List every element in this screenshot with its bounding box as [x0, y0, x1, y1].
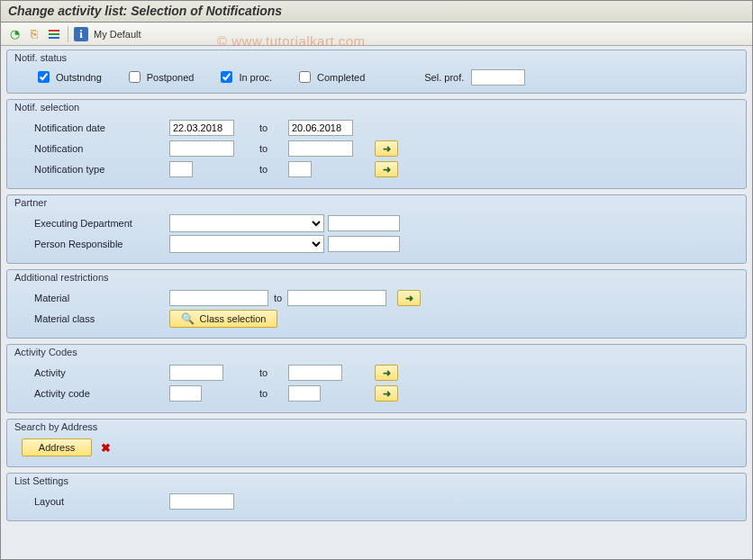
group-activity-codes: Activity Codes Activity to ➜ Activity co… [6, 344, 747, 413]
completed-label: Completed [317, 72, 365, 83]
activity-to-input[interactable] [288, 365, 342, 381]
app-toolbar: ◔ ⎘ i My Default [1, 23, 752, 46]
activity-label: Activity [34, 367, 169, 378]
address-button[interactable]: Address [22, 438, 92, 456]
group-title-notif-status: Notif. status [7, 50, 746, 63]
activity-code-multiselect-button[interactable]: ➜ [375, 385, 398, 402]
app-window: Change activity list: Selection of Notif… [0, 0, 753, 560]
in-proc-checkbox[interactable] [221, 71, 232, 83]
notif-date-to-input[interactable] [288, 120, 353, 136]
outstanding-checkbox[interactable] [38, 71, 50, 83]
outstanding-label: Outstndng [56, 72, 102, 83]
group-notif-status: Notif. status Outstndng Postponed In pro… [6, 50, 747, 94]
exec-dept-label: Executing Department [34, 218, 169, 229]
notification-multiselect-button[interactable]: ➜ [375, 140, 398, 157]
group-title-notif-selection: Notif. selection [7, 100, 746, 113]
info-icon[interactable]: i [74, 27, 88, 41]
address-button-label: Address [39, 442, 75, 453]
notification-label: Notification [34, 143, 169, 154]
material-class-label: Material class [34, 313, 169, 324]
material-label: Material [34, 293, 169, 303]
variant-icon[interactable]: ⎘ [26, 26, 42, 42]
group-title-activity-codes: Activity Codes [7, 345, 746, 357]
exec-dept-select[interactable] [169, 214, 324, 232]
activity-code-label: Activity code [34, 388, 169, 399]
person-resp-label: Person Responsible [34, 239, 169, 249]
sel-prof-input[interactable] [471, 69, 525, 86]
group-title-partner: Partner [7, 195, 746, 208]
material-from-input[interactable] [169, 290, 268, 306]
to-label: to [259, 164, 283, 175]
to-label: to [259, 122, 283, 133]
notif-type-label: Notification type [34, 164, 169, 175]
activity-code-from-input[interactable] [169, 385, 202, 402]
layout-label: Layout [34, 496, 169, 507]
material-to-input[interactable] [287, 290, 386, 306]
layout-input[interactable] [169, 493, 234, 510]
person-resp-select[interactable] [169, 235, 324, 253]
clear-address-icon[interactable]: ✖ [101, 441, 111, 455]
svg-rect-0 [49, 30, 59, 32]
notif-date-from-input[interactable] [169, 120, 234, 136]
to-label: to [259, 367, 283, 378]
binoculars-icon: 🔍 [181, 312, 195, 325]
window-title: Change activity list: Selection of Notif… [1, 1, 752, 23]
group-title-additional: Additional restrictions [7, 270, 746, 283]
notification-from-input[interactable] [169, 140, 234, 157]
toolbar-separator [68, 26, 68, 42]
group-partner: Partner Executing Department Person Resp… [6, 194, 747, 264]
class-selection-button[interactable]: 🔍 Class selection [169, 310, 277, 328]
notif-type-multiselect-button[interactable]: ➜ [375, 161, 398, 177]
group-search-address: Search by Address Address ✖ [6, 419, 747, 467]
group-title-list-settings: List Settings [7, 474, 746, 486]
to-label: to [259, 388, 283, 399]
postponed-checkbox[interactable] [129, 71, 141, 83]
activity-code-to-input[interactable] [288, 385, 321, 402]
notification-to-input[interactable] [288, 140, 353, 157]
group-title-search-address: Search by Address [7, 420, 746, 432]
postponed-label: Postponed [147, 72, 195, 83]
person-resp-input[interactable] [328, 236, 400, 252]
to-label: to [259, 143, 283, 154]
notif-date-label: Notification date [34, 122, 169, 133]
activity-multiselect-button[interactable]: ➜ [375, 365, 398, 381]
group-additional: Additional restrictions Material to ➜ Ma… [6, 269, 747, 339]
to-label: to [274, 293, 282, 303]
stripes-icon[interactable] [46, 26, 62, 42]
class-selection-label: Class selection [200, 313, 267, 324]
execute-icon[interactable]: ◔ [6, 26, 23, 42]
group-list-settings: List Settings Layout [6, 473, 747, 521]
svg-rect-1 [49, 33, 59, 35]
material-multiselect-button[interactable]: ➜ [397, 290, 421, 306]
my-default-button[interactable]: My Default [94, 29, 141, 40]
in-proc-label: In proc. [239, 72, 272, 83]
notif-type-to-input[interactable] [288, 161, 312, 177]
notif-type-from-input[interactable] [169, 161, 193, 177]
svg-rect-2 [49, 37, 59, 39]
activity-from-input[interactable] [169, 365, 223, 381]
completed-checkbox[interactable] [299, 71, 311, 83]
content-area: Notif. status Outstndng Postponed In pro… [1, 46, 752, 525]
sel-prof-label: Sel. prof. [424, 72, 464, 83]
exec-dept-input[interactable] [328, 215, 400, 231]
group-notif-selection: Notif. selection Notification date to No… [6, 99, 747, 189]
